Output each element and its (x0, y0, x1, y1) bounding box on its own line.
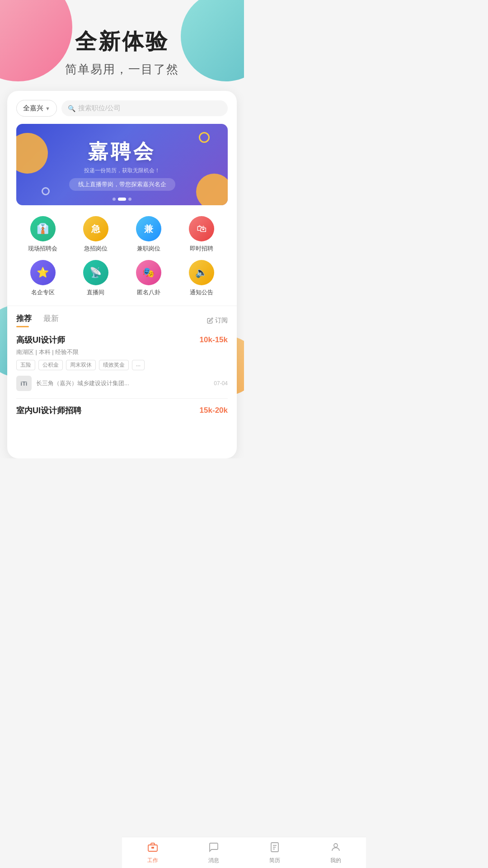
icon-urgent: 急 (83, 216, 108, 241)
tag-3: 周末双休 (66, 360, 96, 370)
search-icon: 🔍 (68, 105, 75, 112)
job-title-row-1: 高级UI设计师 10k-15k (16, 335, 228, 345)
icon-elite: ⭐ (30, 260, 56, 285)
icon-item-urgent[interactable]: 急 急招岗位 (69, 216, 122, 253)
subscribe-label: 订阅 (215, 316, 228, 325)
job-tags-1: 五险 公积金 周末双休 绩效奖金 ... (16, 360, 228, 370)
main-card: 全嘉兴 ▼ 🔍 搜索职位/公司 嘉聘会 投递一份简历，获取无限机会！ 线上直播带… (7, 91, 237, 458)
icon-item-onsite[interactable]: 👔 现场招聘会 (16, 216, 69, 253)
banner-deco-ring (199, 132, 210, 143)
icon-label-parttime: 兼职岗位 (137, 245, 160, 253)
banner[interactable]: 嘉聘会 投递一份简历，获取无限机会！ 线上直播带岗，带您探索嘉兴名企 (16, 124, 228, 205)
tab-recommended[interactable]: 推荐 (16, 313, 36, 327)
icon-item-parttime[interactable]: 兼 兼职岗位 (122, 216, 175, 253)
search-placeholder: 搜索职位/公司 (78, 104, 121, 113)
location-text: 全嘉兴 (23, 104, 43, 113)
banner-subtext: 线上直播带岗，带您探索嘉兴名企 (69, 178, 175, 191)
company-name-1: 长三角（嘉兴）城乡建设设计集团... (36, 379, 209, 387)
edit-icon (207, 317, 213, 324)
icon-label-gossip: 匿名八卦 (137, 288, 160, 297)
icon-item-live[interactable]: 📡 直播间 (69, 260, 122, 297)
tag-2: 公积金 (38, 360, 63, 370)
job-meta-1: 南湖区 | 本科 | 经验不限 (16, 348, 228, 356)
job-title-1: 高级UI设计师 (16, 335, 65, 345)
hero-section: 全新体验 简单易用，一目了然 (0, 0, 244, 91)
banner-dot-2 (118, 198, 126, 201)
icon-label-onsite: 现场招聘会 (28, 245, 57, 253)
icon-grid: 👔 现场招聘会 急 急招岗位 兼 兼职岗位 🛍 即时招聘 ⭐ 名企专区 📡 直播… (16, 216, 228, 297)
icon-parttime: 兼 (136, 216, 161, 241)
company-date-1: 07-04 (214, 380, 228, 387)
icon-item-notice[interactable]: 🔈 通知公告 (175, 260, 228, 297)
banner-title: 嘉聘会 (88, 138, 156, 165)
icon-item-elite[interactable]: ⭐ 名企专区 (16, 260, 69, 297)
chevron-down-icon: ▼ (45, 106, 50, 111)
hero-subtitle: 简单易用，一目了然 (9, 61, 235, 77)
banner-deco-right (196, 174, 228, 205)
card-bottom-space (16, 422, 228, 458)
divider-1 (7, 306, 237, 306)
tag-1: 五险 (16, 360, 35, 370)
job-salary-2: 15k-20k (200, 406, 228, 415)
job-salary-1: 10k-15k (200, 335, 228, 344)
tab-latest[interactable]: 最新 (43, 313, 63, 327)
tag-4: 绩效奖金 (99, 360, 129, 370)
icon-label-instant: 即时招聘 (190, 245, 213, 253)
banner-dots (113, 198, 131, 201)
icon-instant: 🛍 (189, 216, 214, 241)
banner-dot-1 (113, 198, 116, 201)
tag-more: ... (132, 360, 145, 370)
banner-dot-3 (128, 198, 131, 201)
job-title-row-2: 室内UI设计师招聘 15k-20k (16, 405, 228, 416)
company-logo-1: iTi (16, 376, 32, 391)
search-bar[interactable]: 🔍 搜索职位/公司 (61, 100, 228, 116)
icon-label-live: 直播间 (87, 288, 104, 297)
icon-live: 📡 (83, 260, 108, 285)
icon-gossip: 🎭 (136, 260, 161, 285)
icon-label-notice: 通知公告 (190, 288, 213, 297)
icon-label-urgent: 急招岗位 (84, 245, 108, 253)
location-selector[interactable]: 全嘉兴 ▼ (16, 100, 57, 117)
job-card-2-partial[interactable]: 室内UI设计师招聘 15k-20k (16, 405, 228, 422)
job-card-1[interactable]: 高级UI设计师 10k-15k 南湖区 | 本科 | 经验不限 五险 公积金 周… (16, 335, 228, 399)
banner-deco-left (16, 133, 48, 174)
subscribe-button[interactable]: 订阅 (207, 316, 228, 325)
company-row-1: iTi 长三角（嘉兴）城乡建设设计集团... 07-04 (16, 376, 228, 391)
job-title-2: 室内UI设计师招聘 (16, 405, 81, 416)
banner-deco-ring2 (42, 187, 50, 195)
icon-item-instant[interactable]: 🛍 即时招聘 (175, 216, 228, 253)
icon-item-gossip[interactable]: 🎭 匿名八卦 (122, 260, 175, 297)
tab-row: 推荐 最新 订阅 (16, 313, 228, 327)
banner-tagline: 投递一份简历，获取无限机会！ (84, 167, 160, 175)
icon-notice: 🔈 (189, 260, 214, 285)
search-row: 全嘉兴 ▼ 🔍 搜索职位/公司 (16, 100, 228, 117)
icon-label-elite: 名企专区 (31, 288, 55, 297)
icon-onsite: 👔 (30, 216, 56, 241)
hero-title: 全新体验 (9, 27, 235, 56)
